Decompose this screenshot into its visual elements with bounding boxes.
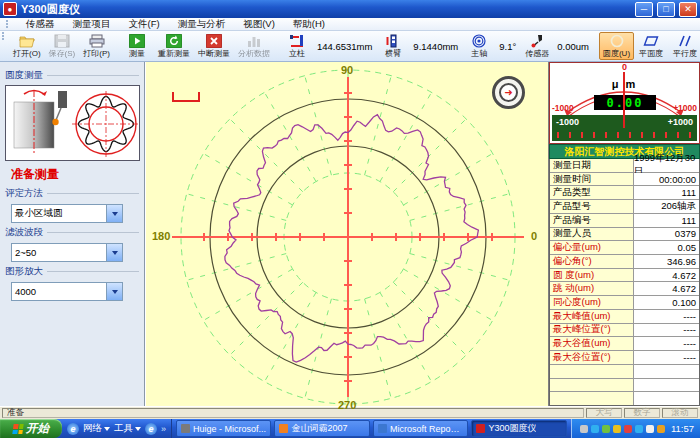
task-button-label-1: 金山词霸2007 — [291, 422, 347, 435]
quick-launch-tools[interactable]: 工具 — [114, 422, 141, 435]
axis-button-3[interactable]: 传感器 — [520, 33, 554, 60]
window-icon — [181, 424, 190, 433]
file-button-2[interactable]: 打印(P) — [79, 32, 114, 60]
tray-icon-6[interactable] — [646, 425, 654, 433]
start-button[interactable]: 开始 — [0, 419, 62, 438]
measure-button-0[interactable]: 测量 — [120, 32, 154, 60]
ie-icon[interactable]: e — [145, 423, 157, 435]
axis-readout-value-0: 144.6531mm — [317, 41, 376, 52]
task-button-2[interactable]: Microsoft Reposi... — [373, 420, 468, 437]
toolbar-readouts-group: 立柱144.6531mm横臂9.1440mm主轴9.1°传感器0.00um — [280, 32, 593, 60]
table-row-label-17 — [550, 392, 634, 405]
dropdown-button[interactable] — [106, 205, 122, 222]
table-row-4: 产品编号111 — [550, 214, 699, 228]
chevron-down-icon — [135, 427, 141, 434]
axis-button-1[interactable]: 横臂 — [376, 33, 410, 60]
menu-item-1[interactable]: 测量项目 — [65, 18, 119, 31]
menu-item-3[interactable]: 测量与分析 — [170, 18, 234, 31]
axis-button-0[interactable]: 立柱 — [280, 33, 314, 60]
tray-icon-2[interactable] — [602, 425, 610, 433]
close-button[interactable]: ✕ — [679, 2, 697, 17]
tray-icon-4[interactable] — [624, 425, 632, 433]
window-icon — [279, 424, 288, 433]
mode-button-1[interactable]: 平面度 — [634, 32, 668, 60]
task-button-1[interactable]: 金山词霸2007 — [274, 420, 369, 437]
field-title-2: 图形放大 — [5, 265, 139, 278]
tray-icon-3[interactable] — [613, 425, 621, 433]
target-button[interactable]: ➜ — [492, 76, 525, 109]
table-row-value-14: ---- — [634, 351, 699, 364]
tray-icon-1[interactable] — [591, 425, 599, 433]
roundness-group-label: 圆度测量 — [5, 69, 43, 82]
field-title-1: 滤波波段 — [5, 226, 139, 239]
file-button-1: 保存(S) — [45, 32, 80, 60]
left-panel: 圆度测量 准备测量 评定方法最小区域圆滤波波段2~50图形放大4000 — [0, 62, 145, 406]
table-row-13: 最大谷值(um)---- — [550, 337, 699, 351]
arrow-right-icon: ➜ — [504, 88, 512, 98]
table-row-value-10: 0.100 — [634, 296, 699, 309]
table-row-5: 测量人员0379 — [550, 228, 699, 242]
gauge-value: 0.00 — [607, 96, 644, 110]
mode-button-0[interactable]: 圆度(U) — [599, 32, 634, 60]
task-button-label-0: Huige - Microsof... — [193, 424, 266, 434]
axis-readout-2: 主轴9.1° — [462, 32, 520, 60]
field-dropdown-0[interactable]: 最小区域圆 — [11, 204, 123, 223]
axis-readout-value-2: 9.1° — [499, 41, 520, 52]
toolbar-file-group: 打开(O)保存(S)打印(P) — [9, 32, 114, 60]
mode-button-2[interactable]: 平行度 — [668, 32, 700, 60]
task-button-3[interactable]: Y300圆度仪 — [471, 420, 566, 437]
menu-grip — [6, 20, 11, 28]
task-button-0[interactable]: Huige - Microsof... — [176, 420, 271, 437]
tray-icon-0[interactable] — [580, 425, 588, 433]
tray-icon-5[interactable] — [635, 425, 643, 433]
field-dropdown-2[interactable]: 4000 — [11, 282, 123, 301]
menu-item-2[interactable]: 文件(F) — [121, 18, 168, 31]
table-row-7: 偏心角(°)346.96 — [550, 255, 699, 269]
measure-button-3: 分析数据 — [234, 32, 274, 60]
table-row-label-14: 最大谷位置(°) — [550, 351, 634, 364]
status-num-indicator: 数字 — [624, 408, 660, 418]
left-panel-fields: 评定方法最小区域圆滤波波段2~50图形放大4000 — [5, 187, 139, 301]
menu-bar: 传感器测量项目文件(F)测量与分析视图(V)帮助(H) — [0, 18, 700, 31]
field-label-1: 滤波波段 — [5, 226, 43, 239]
ie-icon[interactable]: e — [67, 423, 79, 435]
menu-item-0[interactable]: 传感器 — [18, 18, 63, 31]
table-row-label-2: 产品类型 — [550, 186, 634, 199]
table-row-value-7: 346.96 — [634, 255, 699, 268]
maximize-button[interactable]: □ — [657, 2, 675, 17]
measure-button-2[interactable]: 中断测量 — [194, 32, 234, 60]
dropdown-button[interactable] — [106, 244, 122, 261]
table-row-label-10: 同心度(um) — [550, 296, 634, 309]
menu-item-4[interactable]: 视图(V) — [235, 18, 283, 31]
overflow-chevron-icon[interactable]: » — [161, 424, 166, 434]
dropdown-button[interactable] — [106, 283, 122, 300]
mode-button-0-label: 圆度(U) — [603, 48, 630, 59]
table-row-value-4: 111 — [634, 214, 699, 227]
quick-launch-network[interactable]: 网络 — [83, 422, 110, 435]
chart-icon — [246, 34, 262, 48]
table-row-value-15 — [634, 365, 699, 378]
toolbar-modes-group: 圆度(U)平面度平行度同心度同心度同心度同轴度壁厚偏差 — [599, 32, 700, 60]
gauge-bar-max: +1000 — [668, 117, 693, 127]
target-ring: ➜ — [499, 83, 518, 102]
table-row-11: 最大峰值(um)---- — [550, 310, 699, 324]
tray-icon-7[interactable] — [657, 425, 665, 433]
menu-item-5[interactable]: 帮助(H) — [285, 18, 333, 31]
task-button-label-3: Y300圆度仪 — [488, 422, 536, 435]
taskbar-clock: 11:57 — [671, 423, 694, 434]
field-dropdown-1[interactable]: 2~50 — [11, 243, 123, 262]
axis-button-2-label: 主轴 — [471, 48, 487, 59]
toolbar-grip — [2, 32, 4, 40]
axis-button-2[interactable]: 主轴 — [462, 33, 496, 60]
right-panel: 0 μ m -1000 +1000 0.00 -1000 +1000 洛阳汇智测… — [548, 62, 700, 406]
measure-button-1[interactable]: 重新测量 — [154, 32, 194, 60]
axis-readout-0: 立柱144.6531mm — [280, 32, 376, 60]
file-button-0[interactable]: 打开(O) — [9, 32, 45, 60]
group-title-line — [47, 75, 139, 76]
windows-logo-icon — [12, 424, 23, 434]
chevron-down-icon — [112, 290, 118, 297]
table-row-value-16 — [634, 379, 699, 392]
minimize-button[interactable]: ─ — [635, 2, 653, 17]
table-row-label-0: 测量日期 — [550, 159, 634, 172]
field-label-0: 评定方法 — [5, 187, 43, 200]
